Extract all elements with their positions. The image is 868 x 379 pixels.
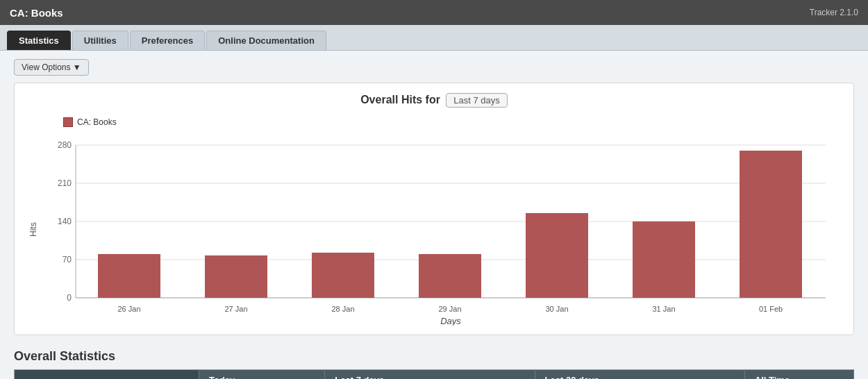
bar-26jan <box>98 254 160 298</box>
stats-section: Overall Statistics Today Last 7 days Las… <box>14 349 854 379</box>
svg-text:280: 280 <box>58 140 72 150</box>
bar-31jan <box>633 221 695 298</box>
tab-utilities[interactable]: Utilities <box>72 31 128 50</box>
tab-bar: Statistics Utilities Preferences Online … <box>0 25 868 51</box>
main-content: View Options ▼ Overall Hits for Last 7 d… <box>0 51 868 379</box>
bar-28jan <box>312 253 374 298</box>
bar-chart: 280 210 140 70 0 <box>41 131 840 326</box>
bar-29jan <box>419 254 481 298</box>
chart-wrapper: Hits 280 210 140 70 0 <box>28 131 840 328</box>
app-header: CA: Books Tracker 2.1.0 <box>0 0 868 25</box>
svg-text:27 Jan: 27 Jan <box>224 305 247 313</box>
view-options-button[interactable]: View Options ▼ <box>14 59 89 76</box>
y-axis-label: Hits <box>28 131 41 328</box>
col-header-last30: Last 30 days <box>535 370 744 380</box>
svg-text:28 Jan: 28 Jan <box>331 305 354 313</box>
bar-30jan <box>526 213 588 298</box>
view-options-label: View Options ▼ <box>22 62 81 72</box>
chart-legend: CA: Books <box>63 117 840 127</box>
legend-label: CA: Books <box>77 117 117 127</box>
legend-color-swatch <box>63 117 73 127</box>
stats-header-row: Today Last 7 days Last 30 days All Time <box>15 370 854 380</box>
chart-title-text: Overall Hits for <box>360 94 440 106</box>
col-header-alltime: All Time <box>744 370 853 380</box>
tab-statistics[interactable]: Statistics <box>7 31 71 50</box>
app-title: CA: Books <box>10 7 63 19</box>
stats-title: Overall Statistics <box>14 349 854 364</box>
col-header-label <box>15 370 199 380</box>
svg-text:01 Feb: 01 Feb <box>759 305 783 313</box>
bar-27jan <box>205 255 267 298</box>
chart-area: 280 210 140 70 0 <box>41 131 840 328</box>
chart-title: Overall Hits for Last 7 days <box>28 93 840 108</box>
svg-text:30 Jan: 30 Jan <box>545 305 568 313</box>
bar-01feb <box>740 151 802 298</box>
svg-text:26 Jan: 26 Jan <box>117 305 140 313</box>
app-version: Tracker 2.1.0 <box>810 8 858 17</box>
chart-section: Overall Hits for Last 7 days CA: Books H… <box>14 83 854 335</box>
svg-text:31 Jan: 31 Jan <box>652 305 675 313</box>
svg-text:Days: Days <box>440 316 461 326</box>
col-header-today: Today <box>199 370 324 380</box>
svg-text:29 Jan: 29 Jan <box>438 305 461 313</box>
svg-text:0: 0 <box>67 293 72 303</box>
tab-preferences[interactable]: Preferences <box>130 31 205 50</box>
col-header-last7: Last 7 days <box>325 370 535 380</box>
tab-online-documentation[interactable]: Online Documentation <box>206 31 326 50</box>
svg-text:70: 70 <box>62 255 72 264</box>
period-badge: Last 7 days <box>446 93 508 108</box>
svg-text:210: 210 <box>58 178 72 188</box>
stats-table: Today Last 7 days Last 30 days All Time … <box>14 369 854 379</box>
svg-text:140: 140 <box>58 217 72 226</box>
